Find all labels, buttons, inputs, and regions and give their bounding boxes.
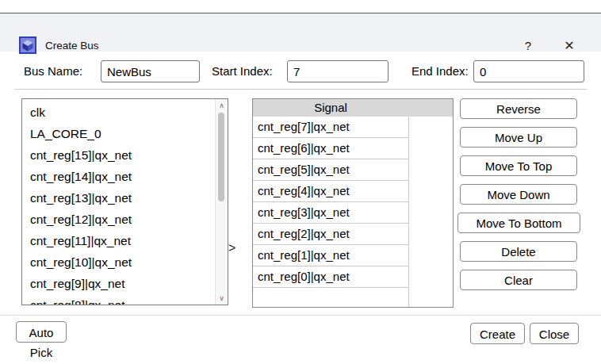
auto-pick-button[interactable]: Auto Pick — [16, 321, 67, 343]
transfer-arrow-icon: > — [228, 240, 246, 256]
title-bar: Create Bus ? ✕ — [0, 13, 601, 52]
signal-table-body: cnt_reg[7]|qx_net cnt_reg[6]|qx_net cnt_… — [253, 117, 409, 288]
close-window-button[interactable]: ✕ — [557, 27, 581, 65]
list-item[interactable]: cnt_reg[15]|qx_net — [30, 144, 228, 166]
signal-row[interactable]: cnt_reg[1]|qx_net — [253, 245, 409, 266]
scroll-down-icon[interactable]: ∨ — [216, 293, 228, 304]
list-item[interactable]: cnt_reg[8]|qx_net — [30, 294, 228, 305]
list-item[interactable]: cnt_reg[11]|qx_net — [30, 230, 228, 251]
delete-button[interactable]: Delete — [460, 241, 577, 262]
help-button[interactable]: ? — [516, 27, 540, 65]
end-index-input[interactable] — [473, 60, 584, 82]
list-item[interactable]: LA_CORE_0 — [30, 123, 228, 144]
bus-name-label: Bus Name: — [24, 60, 82, 82]
signal-row[interactable]: cnt_reg[2]|qx_net — [253, 224, 409, 245]
list-item[interactable]: cnt_reg[14]|qx_net — [30, 166, 228, 187]
window-title: Create Bus — [45, 27, 99, 65]
app-cube-icon — [19, 36, 36, 54]
create-bus-dialog: Create Bus ? ✕ Bus Name: Start Index: En… — [0, 0, 601, 364]
scroll-thumb[interactable] — [218, 113, 224, 201]
signal-column-header: Signal — [253, 99, 408, 117]
signal-row[interactable]: cnt_reg[7]|qx_net — [253, 117, 409, 138]
bus-name-input[interactable] — [101, 60, 200, 82]
list-item[interactable]: cnt_reg[12]|qx_net — [30, 209, 228, 230]
signal-row[interactable]: cnt_reg[0]|qx_net — [253, 266, 409, 288]
end-index-label: End Index: — [412, 60, 469, 82]
signal-row[interactable]: cnt_reg[6]|qx_net — [253, 138, 409, 159]
create-button[interactable]: Create — [470, 323, 525, 344]
signal-table-header: Signal — [253, 99, 453, 117]
signal-row[interactable]: cnt_reg[3]|qx_net — [253, 202, 409, 224]
vertical-scrollbar[interactable]: ∧ ∨ — [215, 99, 228, 305]
move-down-button[interactable]: Move Down — [460, 184, 577, 205]
scroll-up-icon[interactable]: ∧ — [216, 100, 228, 111]
start-index-input — [287, 60, 389, 82]
form-separator — [14, 89, 587, 90]
signal-row[interactable]: cnt_reg[4]|qx_net — [253, 181, 409, 202]
close-button[interactable]: Close — [530, 323, 579, 344]
available-signals-list[interactable]: clk LA_CORE_0 cnt_reg[15]|qx_net cnt_reg… — [21, 98, 228, 305]
signal-row[interactable]: cnt_reg[5]|qx_net — [253, 159, 409, 181]
reverse-button[interactable]: Reverse — [460, 98, 577, 119]
move-up-button[interactable]: Move Up — [460, 127, 577, 148]
list-item[interactable]: cnt_reg[9]|qx_net — [30, 273, 228, 294]
footer-separator — [0, 315, 601, 316]
list-item[interactable]: cnt_reg[13]|qx_net — [30, 187, 228, 209]
clear-button[interactable]: Clear — [460, 270, 577, 290]
signal-table[interactable]: Signal cnt_reg[7]|qx_net cnt_reg[6]|qx_n… — [252, 98, 454, 308]
move-to-top-button[interactable]: Move To Top — [460, 155, 577, 176]
start-index-label: Start Index: — [212, 60, 273, 82]
list-item[interactable]: cnt_reg[10]|qx_net — [30, 251, 228, 273]
move-to-bottom-button[interactable]: Move To Bottom — [457, 213, 580, 233]
list-item[interactable]: clk — [30, 102, 228, 123]
